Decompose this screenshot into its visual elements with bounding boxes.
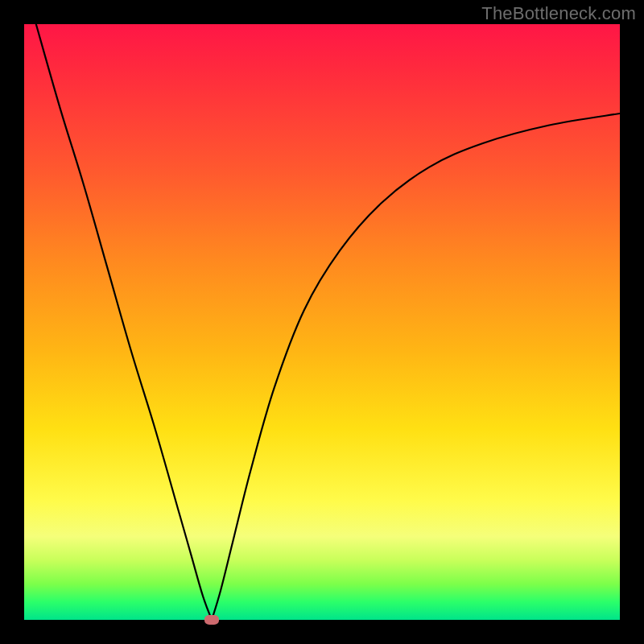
curve-right-branch	[212, 114, 620, 620]
bottleneck-curve	[24, 24, 620, 620]
curve-left-branch	[36, 24, 212, 620]
bottleneck-marker	[204, 615, 219, 625]
watermark-text: TheBottleneck.com	[481, 3, 636, 24]
plot-area	[24, 24, 620, 620]
chart-frame: TheBottleneck.com	[0, 0, 644, 644]
